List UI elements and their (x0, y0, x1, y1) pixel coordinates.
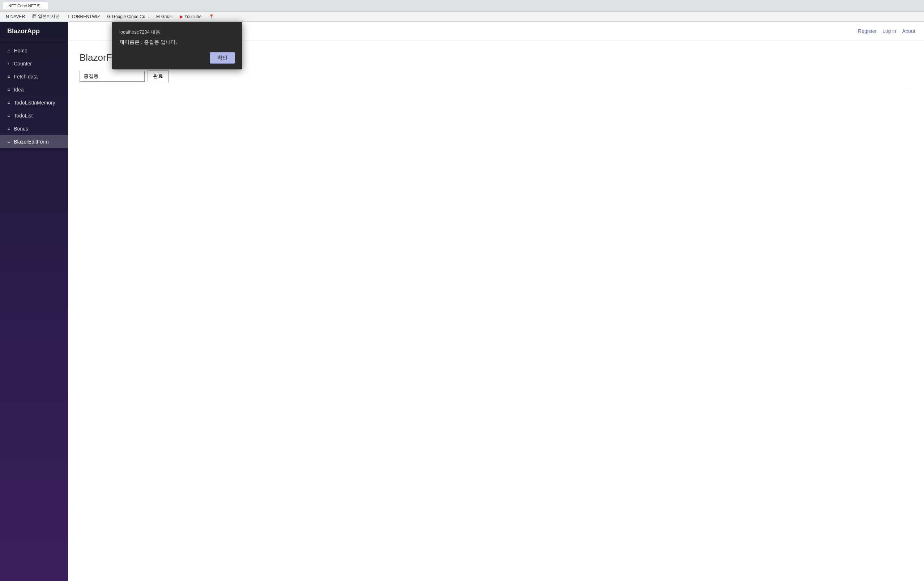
dialog-message: 제이름은 : 홍길동 입니다. (119, 39, 235, 46)
bookmark-gmail[interactable]: M Gmail (153, 13, 175, 20)
dialog-confirm-button[interactable]: 확인 (210, 52, 235, 64)
dialog-btn-row: 확인 (119, 52, 235, 64)
bookmark-japanese-dict-label: 일본어사전 (38, 13, 60, 20)
dialog-overlay: localhost:7204 내용: 제이름은 : 홍길동 입니다. 확인 (0, 22, 924, 581)
browser-bar: .NET Core/.NET 5]... (0, 0, 924, 12)
bookmark-naver[interactable]: N NAVER (3, 13, 28, 20)
dialog-title: localhost:7204 내용: (119, 29, 235, 35)
bookmark-gmail-label: Gmail (161, 14, 173, 19)
bookmark-youtube-label: YouTube (185, 14, 201, 19)
bookmark-youtube[interactable]: ▶ YouTube (177, 13, 204, 20)
naver-icon: N (6, 14, 9, 19)
app-container: BlazorApp ⌂ Home + Counter ≡ Fetch data … (0, 22, 924, 581)
japanese-dict-icon: 辞 (32, 13, 36, 20)
torrentwiz-icon: T (67, 14, 69, 19)
bookmark-naver-label: NAVER (10, 14, 25, 19)
google-cloud-icon: G (107, 14, 110, 19)
gmail-icon: M (156, 14, 160, 19)
bookmark-torrentwiz[interactable]: T TORRENTWIZ (64, 13, 103, 20)
youtube-icon: ▶ (180, 14, 183, 19)
bookmark-map[interactable]: 📍 (206, 13, 217, 20)
tab-label: .NET Core/.NET 5]... (7, 3, 44, 8)
bookmark-torrentwiz-label: TORRENTWIZ (71, 14, 100, 19)
bookmark-google-cloud[interactable]: G Google Cloud Co... (104, 13, 152, 20)
dialog-box: localhost:7204 내용: 제이름은 : 홍길동 입니다. 확인 (112, 22, 242, 69)
main-content: Register Log in About BlazorForm 완료 loca… (68, 22, 924, 581)
bookmark-google-cloud-label: Google Cloud Co... (112, 14, 149, 19)
bookmark-japanese-dict[interactable]: 辞 일본어사전 (29, 13, 63, 20)
bookmark-bar: N NAVER 辞 일본어사전 T TORRENTWIZ G Google Cl… (0, 12, 924, 22)
browser-tab[interactable]: .NET Core/.NET 5]... (3, 2, 48, 10)
map-icon: 📍 (209, 14, 214, 19)
